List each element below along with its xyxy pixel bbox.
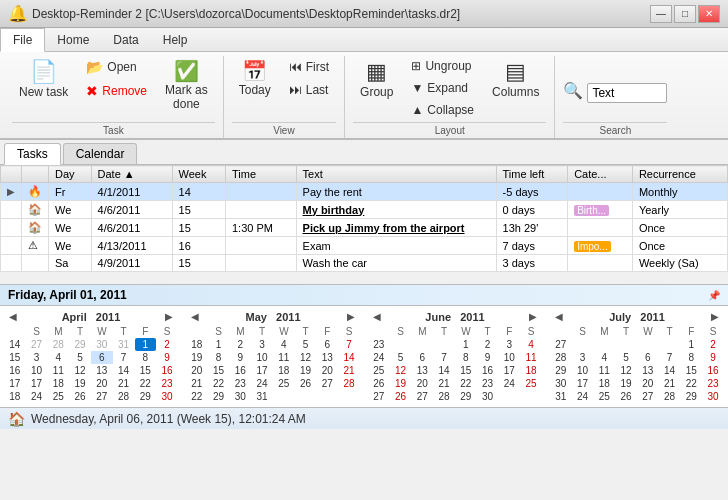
cal-day[interactable]: 21 <box>659 377 681 390</box>
cal-day[interactable]: 20 <box>637 377 659 390</box>
cal-day[interactable] <box>594 338 616 351</box>
cal-day[interactable] <box>390 338 412 351</box>
cal-day[interactable]: 13 <box>412 364 434 377</box>
cal-day[interactable]: 20 <box>91 377 113 390</box>
cal-day[interactable]: 15 <box>681 364 703 377</box>
col-indicator[interactable] <box>1 166 22 183</box>
cal-day[interactable]: 27 <box>26 338 48 351</box>
cal-day[interactable]: 16 <box>230 364 252 377</box>
mark-done-button[interactable]: ✅ Mark asdone <box>158 56 215 116</box>
cal-day[interactable]: 30 <box>702 390 724 403</box>
cal-day[interactable]: 1 <box>681 338 703 351</box>
new-task-button[interactable]: 📄 New task <box>12 56 75 104</box>
cal-prev-icon[interactable]: ◀ <box>552 310 566 323</box>
cal-day[interactable]: 26 <box>69 390 91 403</box>
cal-day[interactable]: 11 <box>273 351 295 364</box>
table-row[interactable]: 🏠 We 4/6/2011 15 1:30 PM Pick up Jimmy f… <box>1 219 728 237</box>
cal-day[interactable]: 5 <box>69 351 91 364</box>
cal-day[interactable]: 27 <box>412 390 434 403</box>
cal-day[interactable]: 6 <box>412 351 434 364</box>
cal-day[interactable]: 4 <box>273 338 295 351</box>
cal-day[interactable]: 12 <box>390 364 412 377</box>
cal-day[interactable] <box>637 338 659 351</box>
cal-day[interactable]: 19 <box>390 377 412 390</box>
col-day[interactable]: Day <box>49 166 92 183</box>
menu-file[interactable]: File <box>0 28 45 52</box>
columns-button[interactable]: ▤ Columns <box>485 56 546 104</box>
cal-day[interactable]: 17 <box>251 364 273 377</box>
cal-day[interactable]: 1 <box>455 338 477 351</box>
cal-day[interactable] <box>273 390 295 403</box>
cal-day[interactable]: 5 <box>295 338 317 351</box>
cal-day[interactable]: 22 <box>135 377 157 390</box>
cal-day[interactable]: 22 <box>208 377 230 390</box>
cal-day[interactable]: 6 <box>317 338 339 351</box>
cal-day[interactable]: 9 <box>230 351 252 364</box>
tab-calendar[interactable]: Calendar <box>63 143 138 164</box>
cal-day[interactable] <box>433 338 455 351</box>
cal-day[interactable]: 18 <box>273 364 295 377</box>
cal-day[interactable]: 25 <box>273 377 295 390</box>
cal-day[interactable]: 26 <box>390 390 412 403</box>
cal-day[interactable]: 5 <box>615 351 637 364</box>
cal-day[interactable]: 22 <box>455 377 477 390</box>
cal-day[interactable]: 3 <box>499 338 521 351</box>
col-text[interactable]: Text <box>296 166 496 183</box>
cal-day[interactable]: 30 <box>91 338 113 351</box>
cal-day[interactable]: 8 <box>455 351 477 364</box>
cal-day[interactable] <box>572 338 594 351</box>
col-week[interactable]: Week <box>172 166 225 183</box>
cal-day[interactable]: 10 <box>26 364 48 377</box>
cal-day[interactable]: 25 <box>48 390 70 403</box>
cal-day[interactable] <box>615 338 637 351</box>
menu-help[interactable]: Help <box>151 28 200 51</box>
cal-day[interactable]: 29 <box>69 338 91 351</box>
cal-day[interactable]: 20 <box>317 364 339 377</box>
cal-day[interactable] <box>499 390 521 403</box>
cal-day[interactable]: 3 <box>26 351 48 364</box>
collapse-button[interactable]: ▲ Collapse <box>404 100 481 120</box>
cal-prev-icon[interactable]: ◀ <box>370 310 384 323</box>
cal-day[interactable]: 7 <box>659 351 681 364</box>
cal-day[interactable]: 21 <box>338 364 360 377</box>
cal-day[interactable]: 14 <box>113 364 135 377</box>
cal-day[interactable]: 4 <box>48 351 70 364</box>
cal-day[interactable]: 17 <box>572 377 594 390</box>
cal-day[interactable]: 29 <box>455 390 477 403</box>
search-input[interactable] <box>592 86 662 100</box>
col-time[interactable]: Time <box>226 166 297 183</box>
cal-day[interactable]: 13 <box>637 364 659 377</box>
cal-day[interactable]: 4 <box>520 338 542 351</box>
cal-day[interactable]: 22 <box>681 377 703 390</box>
cal-day[interactable]: 24 <box>572 390 594 403</box>
remove-button[interactable]: ✖ Remove <box>79 80 154 102</box>
cal-day[interactable]: 9 <box>156 351 178 364</box>
cal-day[interactable]: 23 <box>156 377 178 390</box>
cal-day[interactable]: 26 <box>615 390 637 403</box>
cal-day[interactable]: 23 <box>230 377 252 390</box>
cal-day[interactable] <box>659 338 681 351</box>
cal-day[interactable]: 19 <box>69 377 91 390</box>
cal-day[interactable]: 29 <box>681 390 703 403</box>
cal-day[interactable]: 5 <box>390 351 412 364</box>
cal-day[interactable]: 2 <box>477 338 499 351</box>
cal-day[interactable]: 25 <box>520 377 542 390</box>
cal-day[interactable]: 17 <box>26 377 48 390</box>
cal-day[interactable]: 11 <box>594 364 616 377</box>
cal-day[interactable]: 8 <box>681 351 703 364</box>
menu-data[interactable]: Data <box>101 28 150 51</box>
first-button[interactable]: ⏮ First <box>282 56 336 77</box>
cal-day[interactable] <box>338 390 360 403</box>
cal-day[interactable]: 30 <box>230 390 252 403</box>
cal-day[interactable]: 29 <box>208 390 230 403</box>
table-row[interactable]: ▶ 🔥 Fr 4/1/2011 14 Pay the rent -5 days … <box>1 183 728 201</box>
cal-day[interactable]: 8 <box>135 351 157 364</box>
cal-day[interactable]: 16 <box>156 364 178 377</box>
cal-next-icon[interactable]: ▶ <box>526 310 540 323</box>
cal-day[interactable]: 6 <box>637 351 659 364</box>
cal-day[interactable] <box>317 390 339 403</box>
cal-day[interactable]: 14 <box>659 364 681 377</box>
close-button[interactable]: ✕ <box>698 5 720 23</box>
cal-day[interactable]: 17 <box>499 364 521 377</box>
cal-day[interactable]: 8 <box>208 351 230 364</box>
